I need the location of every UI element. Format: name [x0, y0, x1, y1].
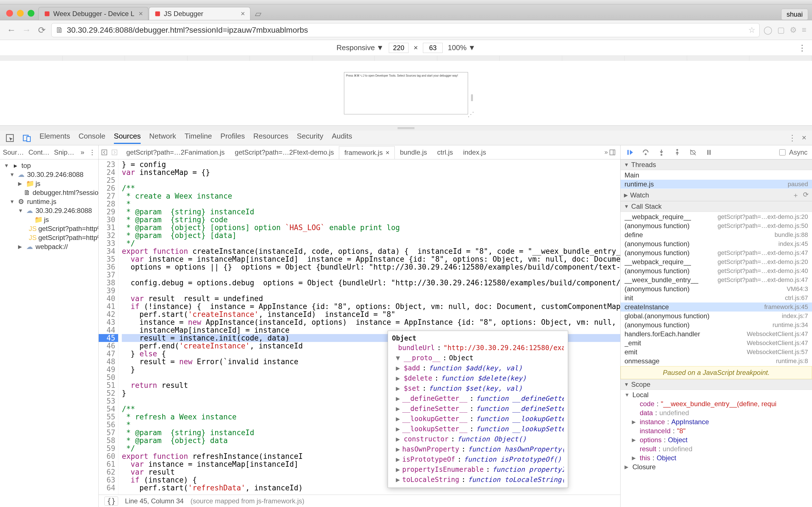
navigator-tab[interactable]: Cont…	[29, 149, 50, 156]
navigator-tab[interactable]: Sour…	[3, 149, 24, 156]
async-checkbox[interactable]: Async	[778, 149, 808, 156]
minimize-window-icon[interactable]	[17, 10, 24, 17]
resize-corner-icon[interactable]: ⋰	[467, 110, 474, 118]
callstack-frame[interactable]: (anonymous function)getScript?path=…ext-…	[620, 267, 812, 276]
zoom-select[interactable]: 100% ▼	[448, 43, 475, 52]
extension-icon[interactable]: ◯	[763, 25, 772, 35]
callstack-frame[interactable]: createInstanceframework.js:45	[620, 302, 812, 312]
device-menu-icon[interactable]: ⋮	[798, 43, 806, 53]
callstack-frame[interactable]: _emitWebsocketClient.js:47	[620, 339, 812, 348]
panel-tab[interactable]: Profiles	[220, 132, 245, 144]
scope-variable[interactable]: data: undefined	[620, 408, 812, 417]
extension-icon[interactable]: ▢	[777, 25, 784, 35]
panel-tab[interactable]: Network	[149, 132, 176, 144]
tree-node[interactable]: JSgetScript?path=http%	[0, 233, 98, 242]
refresh-watch-icon[interactable]: ⟳	[803, 191, 809, 200]
pretty-print-button[interactable]: {}	[104, 497, 118, 506]
pause-exceptions-button[interactable]	[704, 148, 714, 157]
tooltip-property[interactable]: ▶propertyIsEnumerable: function property…	[392, 464, 564, 474]
step-out-button[interactable]	[672, 148, 682, 157]
callstack-section-header[interactable]: ▼Call Stack	[620, 201, 812, 212]
callstack-frame[interactable]: emitWebsocketClient.js:57	[620, 348, 812, 356]
panel-tab[interactable]: Sources	[114, 132, 141, 144]
scope-variable[interactable]: ▶options: Object	[620, 436, 812, 445]
tree-node[interactable]: ▶📁js	[0, 179, 98, 188]
navigator-menu-icon[interactable]: ⋮	[89, 149, 96, 156]
inspect-element-icon[interactable]	[6, 134, 14, 142]
scope-section-header[interactable]: ▼Scope	[620, 379, 812, 390]
panel-tab[interactable]: Timeline	[185, 132, 212, 144]
address-bar[interactable]: 🗎 30.30.29.246:8088/debugger.html?sessio…	[51, 23, 760, 37]
close-tab-icon[interactable]: ×	[386, 149, 389, 157]
deactivate-breakpoints-button[interactable]	[688, 148, 698, 157]
callstack-frame[interactable]: (anonymous function)getScript?path=…ext-…	[620, 221, 812, 230]
profile-button[interactable]: shuai	[781, 9, 808, 20]
tooltip-property[interactable]: ▶$set: function $set(key, val)	[392, 383, 564, 393]
callstack-frame[interactable]: definebundle.js:88	[620, 230, 812, 239]
tooltip-property[interactable]: ▶__defineSetter__: function __defineSett…	[392, 404, 564, 414]
callstack-frame[interactable]: onmessageruntime.js:8	[620, 356, 812, 365]
code-editor[interactable]: 2324252627282930313233343536373839404142…	[99, 159, 620, 495]
close-tab-icon[interactable]: ×	[139, 9, 143, 18]
callstack-frame[interactable]: (anonymous function)index.js:45	[620, 239, 812, 248]
bookmark-icon[interactable]: ☆	[748, 25, 755, 35]
scope-variable[interactable]: code: "__weex_bundle_entry__(define, req…	[620, 399, 812, 408]
editor-tab[interactable]: ctrl.js	[432, 146, 458, 159]
browser-tab[interactable]: Weex Debugger - Device L ×	[38, 7, 148, 20]
back-button[interactable]: ←	[6, 25, 17, 35]
scope-variable[interactable]: ▶this: Object	[620, 453, 812, 462]
menu-icon[interactable]: ≡	[802, 25, 806, 35]
step-into-button[interactable]	[657, 148, 666, 157]
callstack-frame[interactable]: initctrl.js:67	[620, 293, 812, 302]
tree-node[interactable]: JSgetScript?path=http%	[0, 224, 98, 233]
tree-node[interactable]: 🗎debugger.html?sessio	[0, 188, 98, 197]
devtools-drag-handle[interactable]	[0, 126, 812, 131]
panel-tab[interactable]: Resources	[253, 132, 289, 144]
scope-variable[interactable]: instanceId: "8"	[620, 427, 812, 436]
tooltip-property[interactable]: ▶__lookupGetter__: function __lookupGett…	[392, 414, 564, 424]
tooltip-property[interactable]: ▶$add: function $add(key, val)	[392, 363, 564, 373]
toggle-device-icon[interactable]	[22, 134, 31, 142]
toggle-sidebar-icon[interactable]	[609, 149, 618, 156]
callstack-frame[interactable]: __webpack_require__getScript?path=…ext-d…	[620, 212, 812, 221]
tree-node[interactable]: ▶☁webpack://	[0, 242, 98, 251]
threads-section-header[interactable]: ▼Threads	[620, 159, 812, 170]
nav-forward-icon[interactable]	[111, 149, 120, 156]
extension-icon[interactable]: ⚙	[790, 25, 797, 35]
panel-tab[interactable]: Console	[79, 132, 105, 144]
callstack-frame[interactable]: (anonymous function)runtime.js:34	[620, 321, 812, 330]
step-over-button[interactable]	[641, 148, 651, 157]
maximize-window-icon[interactable]	[28, 10, 35, 17]
close-window-icon[interactable]	[6, 10, 13, 17]
panel-tab[interactable]: Audits	[332, 132, 352, 144]
tooltip-property[interactable]: ▶hasOwnProperty: function hasOwnProperty…	[392, 444, 564, 454]
reload-button[interactable]: ⟳	[36, 25, 47, 36]
callstack-frame[interactable]: __webpack_require__getScript?path=…ext-d…	[620, 258, 812, 267]
watch-section-header[interactable]: ▶Watch ＋⟳	[620, 189, 812, 201]
tooltip-property[interactable]: ▶__defineGetter__: function __defineGett…	[392, 393, 564, 404]
tree-node[interactable]: ▼☁30.30.29.246:8088	[0, 206, 98, 215]
viewport-height-input[interactable]	[423, 43, 443, 53]
scope-local[interactable]: ▼Local	[620, 390, 812, 399]
scope-variable[interactable]: ▶instance: AppInstance	[620, 417, 812, 427]
thread-row[interactable]: runtime.jspaused	[620, 180, 812, 189]
scope-closure[interactable]: ▶Closure	[620, 462, 812, 471]
editor-tab[interactable]: framework.js×	[339, 146, 395, 159]
tooltip-property[interactable]: ▶toLocaleString: function toLocaleString…	[392, 474, 564, 485]
tooltip-property[interactable]: ▶__lookupSetter__: function __lookupSett…	[392, 424, 564, 434]
device-mode-select[interactable]: Responsive ▼	[336, 43, 384, 52]
editor-tab[interactable]: getScript?path=…2Ftext-demo.js	[230, 146, 339, 159]
devtools-close-icon[interactable]: ×	[802, 133, 806, 143]
navigator-more-icon[interactable]: »	[81, 149, 84, 156]
more-tabs-icon[interactable]: »	[605, 149, 608, 156]
tree-node[interactable]: ▼☁30.30.29.246:8088	[0, 170, 98, 179]
tree-node[interactable]: 📁js	[0, 215, 98, 224]
add-watch-icon[interactable]: ＋	[792, 191, 799, 200]
forward-button[interactable]: →	[21, 25, 32, 35]
navigator-tab[interactable]: Snip…	[54, 149, 74, 156]
tooltip-property[interactable]: ▶$delete: function $delete(key)	[392, 373, 564, 383]
resize-handle-icon[interactable]: ‖	[470, 93, 474, 101]
editor-tab[interactable]: index.js	[458, 146, 491, 159]
editor-tab[interactable]: bundle.js	[395, 146, 432, 159]
editor-tab[interactable]: getScript?path=…2Fanimation.js	[121, 146, 230, 159]
